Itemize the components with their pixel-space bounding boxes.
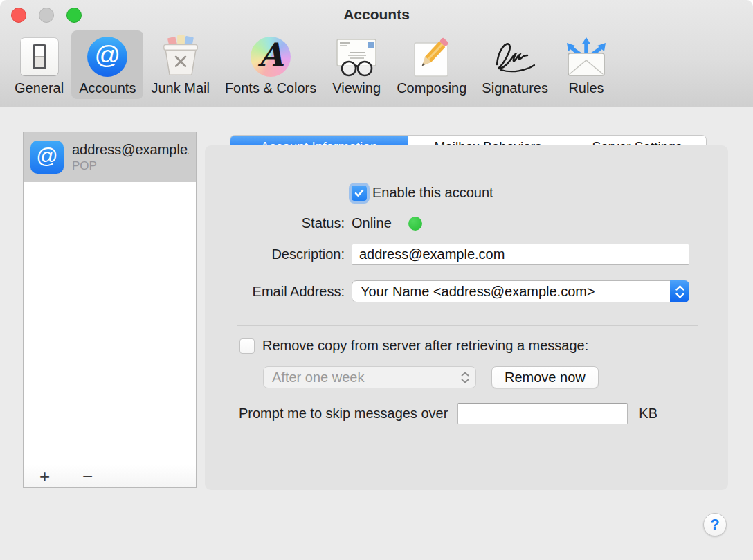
- status-row: Status: Online: [205, 215, 728, 231]
- remove-when-value: After one week: [272, 370, 364, 386]
- toolbar-label: Fonts & Colors: [225, 80, 316, 96]
- account-information-panel: Enable this account Status: Online Descr…: [205, 145, 728, 490]
- email-address-label: Email Address:: [205, 284, 352, 300]
- toolbar-label: Viewing: [332, 80, 381, 96]
- toolbar-item-fonts-colors[interactable]: A Fonts & Colors: [217, 30, 324, 99]
- status-value: Online: [352, 215, 392, 231]
- signature-icon: [486, 34, 544, 80]
- main-content: @ address@example.com POP + − Account In…: [0, 107, 753, 559]
- remove-copy-label: Remove copy from server after retrieving…: [262, 338, 588, 354]
- toolbar-label: General: [15, 80, 64, 96]
- window-title: Accounts: [0, 6, 753, 23]
- account-list-actions: + −: [24, 464, 196, 487]
- online-status-dot: [408, 217, 422, 231]
- waste-basket-icon: [159, 34, 202, 80]
- prompt-skip-row: Prompt me to skip messages over KB: [239, 403, 728, 424]
- popup-chevrons-icon: [670, 280, 689, 302]
- prompt-skip-label: Prompt me to skip messages over: [239, 406, 448, 422]
- light-switch-icon: [21, 34, 58, 80]
- account-title: address@example.com: [72, 142, 189, 158]
- toolbar-item-rules[interactable]: Rules: [556, 30, 617, 99]
- toolbar-label: Accounts: [79, 80, 136, 96]
- mail-preferences-window: Accounts General @ Accounts: [0, 0, 753, 560]
- toolbar-item-accounts[interactable]: @ Accounts: [71, 30, 143, 99]
- question-mark-icon: ?: [710, 516, 719, 534]
- kb-unit-label: KB: [639, 406, 657, 422]
- description-label: Description:: [205, 246, 352, 262]
- account-protocol: POP: [72, 159, 189, 173]
- toolbar-label: Signatures: [482, 80, 548, 96]
- enable-account-label: Enable this account: [372, 185, 493, 201]
- status-label: Status:: [205, 215, 352, 231]
- rainbow-letter-a-icon: A: [251, 34, 291, 80]
- add-account-button[interactable]: +: [24, 464, 66, 487]
- help-button[interactable]: ?: [703, 513, 727, 536]
- enable-account-row: Enable this account: [205, 185, 728, 201]
- preferences-toolbar: General @ Accounts: [7, 30, 617, 99]
- email-address-popup[interactable]: Your Name <address@example.com>: [352, 280, 689, 302]
- email-address-value: Your Name <address@example.com>: [361, 284, 595, 300]
- enable-account-checkbox[interactable]: [352, 186, 367, 201]
- envelope-glasses-icon: [332, 34, 381, 80]
- account-list-item-selected[interactable]: @ address@example.com POP: [24, 132, 196, 182]
- toolbar-item-composing[interactable]: Composing: [389, 30, 474, 99]
- section-divider: [237, 325, 698, 326]
- toolbar-label: Junk Mail: [151, 80, 209, 96]
- actions-filler: [109, 464, 196, 487]
- toolbar-item-viewing[interactable]: Viewing: [324, 30, 389, 99]
- toolbar-label: Rules: [568, 80, 604, 96]
- popup-chevrons-icon: [461, 367, 469, 388]
- account-at-icon: @: [30, 141, 64, 174]
- description-input[interactable]: [352, 244, 689, 265]
- titlebar: Accounts: [0, 0, 753, 30]
- description-row: Description:: [205, 244, 728, 265]
- toolbar-label: Composing: [397, 80, 466, 96]
- envelope-arrows-icon: [563, 34, 609, 80]
- toolbar-item-general[interactable]: General: [7, 30, 71, 99]
- remove-copy-checkbox[interactable]: [239, 338, 255, 354]
- pencil-icon: [410, 34, 453, 80]
- remove-when-popup[interactable]: After one week: [263, 366, 476, 388]
- account-list: @ address@example.com POP + −: [23, 132, 197, 488]
- toolbar-item-junk-mail[interactable]: Junk Mail: [143, 30, 217, 99]
- remove-schedule-row: After one week Remove now: [263, 366, 728, 388]
- at-sign-icon: @: [87, 34, 127, 80]
- toolbar-item-signatures[interactable]: Signatures: [474, 30, 556, 99]
- remove-now-button[interactable]: Remove now: [491, 366, 599, 388]
- window-header: Accounts General @ Accounts: [0, 0, 753, 107]
- skip-size-input[interactable]: [457, 403, 628, 424]
- email-address-row: Email Address: Your Name <address@exampl…: [205, 280, 728, 302]
- remove-account-button[interactable]: −: [66, 464, 109, 487]
- remove-copy-row: Remove copy from server after retrieving…: [239, 338, 728, 354]
